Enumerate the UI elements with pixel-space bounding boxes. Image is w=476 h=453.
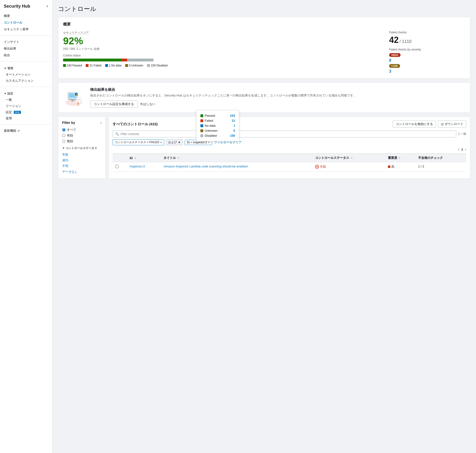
match-count: 1 一致: [458, 132, 466, 136]
severity-high-count: 8: [389, 58, 465, 63]
legend-dot-green: [63, 64, 66, 67]
sidebar-divider-4: [0, 124, 52, 125]
col-severity-sort-icon[interactable]: ▼: [398, 157, 401, 159]
skip-button[interactable]: 今はしない: [140, 100, 155, 108]
filter-link-unknown[interactable]: 不明: [62, 163, 102, 169]
col-failed-checks: 不合格のチェック: [416, 154, 466, 162]
overview-right: Failed checks 42 / 1110 Failed checks by…: [389, 31, 465, 74]
sidebar-item-custom-actions[interactable]: カスタムアクション: [4, 78, 48, 84]
col-title-sort-icon[interactable]: ▼: [177, 157, 180, 159]
svg-rect-3: [68, 99, 77, 100]
table-body: Inspector.3 Amazon Inspector Lambda code…: [113, 162, 466, 172]
filter-tag-status-remove[interactable]: ×: [160, 141, 162, 144]
sidebar-close-button[interactable]: ×: [46, 4, 48, 9]
legend-dot-gray: [147, 64, 150, 67]
sidebar-item-latest-features[interactable]: 最新機能 ↗: [4, 127, 48, 134]
search-icon: 🔍: [115, 132, 119, 136]
filter-panel: Filter by ‹ すべて 有効 無効 ▼ コントロールステータス 失敗: [58, 116, 106, 179]
row-failed-checks-cell: 1 / 2: [416, 162, 466, 172]
sidebar-divider-1: [0, 35, 52, 36]
sidebar-section-settings: ▼ 設定: [4, 90, 48, 97]
overview-card: 概要 セキュリティスコア 92% 243 / 264 コントロール 合格 Con…: [58, 17, 470, 78]
sidebar-item-security-standards[interactable]: セキュリティ基準: [4, 26, 48, 33]
sidebar-item-overview[interactable]: 概要: [4, 13, 48, 19]
sidebar-item-regions[interactable]: リージョン: [4, 103, 48, 109]
tooltip-row-passed: Passed 243: [200, 113, 235, 118]
row-id-cell: Inspector.3: [127, 162, 161, 172]
sidebar-item-insights[interactable]: インサイト: [4, 39, 48, 45]
filter-link-failed[interactable]: 失敗: [62, 152, 102, 157]
severity-low-count: 3: [389, 69, 465, 74]
filter-radio-all[interactable]: すべて: [62, 128, 102, 132]
legend-disabled: 150 Disabled: [147, 64, 167, 67]
page-prev-button[interactable]: ‹: [458, 147, 459, 151]
consolidate-illustration-svg: 🔒: [63, 88, 84, 107]
overview-card-title: 概要: [63, 22, 465, 27]
col-id-sort-icon[interactable]: ▼: [134, 157, 136, 160]
table-actions: コントロールを無効にする ⊡ ダウンロード: [393, 120, 466, 128]
low-badge: LOW: [389, 64, 400, 68]
score-value: 92%: [63, 36, 379, 46]
download-icon: ⊡: [441, 122, 444, 126]
status-failed: ✕ 失敗: [315, 165, 383, 169]
sidebar-item-controls[interactable]: コントロール: [4, 19, 48, 26]
legend: 243 Passed 21 Failed 1 No data 0 Unknown: [63, 64, 379, 67]
table-header-row: ID ▼ タイトル ▼ コントロールステータス ▼ 重要度: [113, 154, 466, 162]
sidebar-item-usage[interactable]: 使用: [4, 115, 48, 121]
progress-passed: [63, 59, 122, 61]
svg-text:🔒: 🔒: [76, 93, 79, 96]
filter-link-nodata[interactable]: データなし: [62, 169, 102, 175]
filter-radio-group: すべて 有効 無効: [62, 128, 102, 143]
sidebar-item-settings-new[interactable]: 設定 新規: [4, 109, 48, 115]
table-title: すべてのコントロール (415): [113, 122, 158, 127]
consolidate-description: 統合されたコントロールの検出結果をオンにすると、Security Hub はセキ…: [90, 93, 465, 98]
sidebar-item-automation[interactable]: オートメーション: [4, 71, 48, 78]
main-content: コントロール 概要 セキュリティスコア 92% 243 / 264 コントロール…: [52, 0, 476, 453]
filter-radio-enabled[interactable]: 有効: [62, 133, 102, 138]
filter-link-passed[interactable]: 成功: [62, 157, 102, 163]
download-button[interactable]: ⊡ ダウンロード: [438, 120, 466, 128]
filter-tag-status: コントロールステータス = FAILED ×: [113, 139, 164, 145]
page-next-button[interactable]: ›: [465, 147, 466, 151]
sidebar-nav-secondary: インサイト 検出結果 統合: [0, 39, 52, 59]
pagination: ‹ 1 ›: [113, 147, 466, 151]
configure-button[interactable]: コントロール設定を構成する: [90, 100, 138, 108]
sidebar-nav-latest: 最新機能 ↗: [0, 127, 52, 134]
status-failed-icon: ✕: [315, 165, 319, 169]
search-input[interactable]: [120, 132, 454, 136]
sidebar-item-findings[interactable]: 検出結果: [4, 45, 48, 52]
legend-failed: 21 Failed: [86, 64, 101, 67]
sidebar-divider-2: [0, 61, 52, 62]
col-id: ID ▼: [127, 154, 161, 162]
sidebar-item-integrations[interactable]: 統合: [4, 52, 48, 59]
row-id-link[interactable]: Inspector.3: [130, 165, 145, 168]
tooltip-row-disabled: Disabled 150: [200, 133, 235, 138]
col-status-sort-icon[interactable]: ▼: [351, 157, 353, 159]
radio-dot-disabled: [62, 140, 65, 143]
legend-passed: 243 Passed: [63, 64, 82, 67]
sidebar-section-management: ▼ 管理: [4, 64, 48, 71]
overview-grid: セキュリティスコア 92% 243 / 264 コントロール 合格 Contro…: [63, 31, 465, 74]
score-label: セキュリティスコア: [63, 31, 89, 35]
tooltip-row-failed: Failed 21: [200, 118, 235, 123]
row-title-link[interactable]: Amazon Inspector Lambda code scanning sh…: [164, 165, 248, 168]
failed-by-severity-label: Failed checks by severity: [389, 48, 465, 51]
col-control-status: コントロールステータス ▼: [313, 154, 385, 162]
filter-radio-disabled[interactable]: 無効: [62, 139, 102, 143]
filter-collapse-button[interactable]: ‹: [100, 120, 102, 125]
sidebar-item-general[interactable]: 一般: [4, 97, 48, 103]
search-box: 🔍: [113, 131, 456, 137]
sidebar-title: Security Hub: [4, 4, 30, 9]
table-section: すべてのコントロール (415) コントロールを無効にする ⊡ ダウンロード 🔍…: [109, 116, 470, 179]
svg-point-11: [77, 102, 79, 104]
tooltip-row-unknown: Unknown 0: [200, 128, 235, 133]
sidebar-divider-3: [0, 87, 52, 87]
row-checkbox[interactable]: [115, 165, 119, 168]
tooltip-row-nodata: No data 1: [200, 123, 235, 128]
severity-high-square: [388, 165, 390, 168]
sidebar-nav-management: ▼ 管理 オートメーション カスタムアクション: [0, 64, 52, 84]
disable-controls-button[interactable]: コントロールを無効にする: [393, 120, 436, 128]
col-severity: 重要度 ▼: [386, 154, 416, 162]
tooltip-popup: Passed 243 Failed 21 No data 1: [196, 110, 239, 141]
tooltip-color-failed: [200, 119, 203, 122]
